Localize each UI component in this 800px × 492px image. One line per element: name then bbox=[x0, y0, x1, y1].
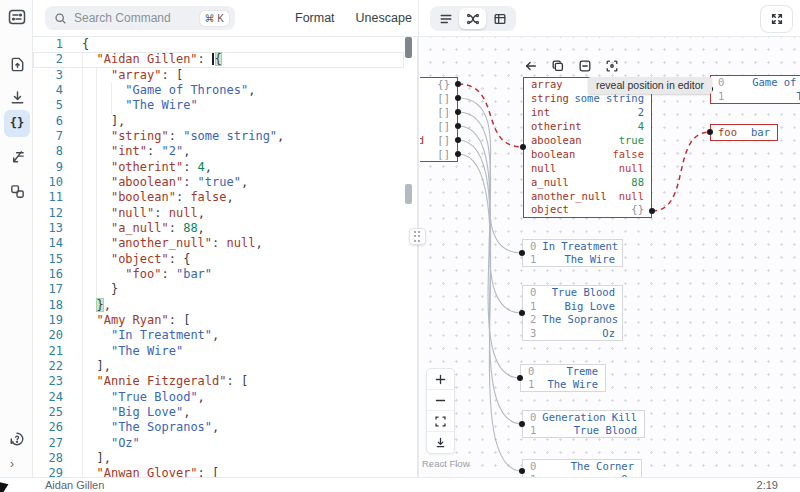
connection-handle bbox=[519, 421, 525, 427]
node-row: foobar bbox=[711, 126, 777, 139]
scrollbar-thumb[interactable] bbox=[405, 37, 412, 58]
graph-node-alice-farmer[interactable]: 0The Corner1Oz2The Wire bbox=[522, 459, 642, 477]
app-window: {} › Search Command ⌘ K Format Unescape bbox=[0, 0, 800, 492]
node-row: object{} bbox=[524, 203, 651, 216]
editor-line: 14 "another_null": null, bbox=[33, 236, 404, 251]
editor-line: 3 "array": [ bbox=[33, 68, 404, 83]
table-view-icon bbox=[493, 12, 507, 26]
editor-line: 19 "Amy Ryan": [ bbox=[33, 313, 404, 328]
editor-line: 1{ bbox=[33, 37, 404, 52]
transform-filter-icon[interactable] bbox=[7, 147, 27, 167]
connection-handle bbox=[520, 144, 526, 150]
graph-node-annie-fitzgerald[interactable]: 0True Blood1Big Love2The Sopranos3Oz bbox=[522, 285, 623, 341]
topbar: Search Command ⌘ K Format Unescape bbox=[33, 0, 800, 37]
fullscreen-button[interactable] bbox=[761, 6, 792, 32]
node-row: 1The Wire bbox=[711, 90, 800, 103]
node-row: abooleantrue bbox=[524, 134, 651, 147]
editor-line: 25 "Big Love", bbox=[33, 405, 404, 420]
node-row: 1True Blood bbox=[523, 424, 644, 437]
breadcrumb[interactable]: Aidan Gillen bbox=[45, 479, 104, 491]
text-view-icon bbox=[439, 12, 453, 26]
download-icon[interactable] bbox=[7, 87, 27, 107]
view-graph-button[interactable] bbox=[459, 8, 486, 29]
node-row: otherint4 bbox=[524, 120, 651, 133]
graph-node-object-foo[interactable]: foobar bbox=[710, 124, 778, 141]
copy-node-icon[interactable] bbox=[549, 58, 566, 74]
node-row: 2The Sopranos bbox=[523, 313, 622, 326]
editor-scrollbar[interactable] bbox=[404, 37, 413, 477]
editor-line: 28 ], bbox=[33, 451, 404, 466]
sidebar-collapse-chevron-icon[interactable]: › bbox=[10, 457, 14, 471]
node-toolbar bbox=[522, 58, 620, 74]
fit-view-button[interactable] bbox=[427, 411, 454, 432]
connection-handle bbox=[455, 151, 461, 157]
editor-line: 27 "Oz" bbox=[33, 436, 404, 451]
panel-resize-handle[interactable] bbox=[409, 228, 426, 245]
node-row: 0The Corner bbox=[523, 460, 641, 473]
node-row: Amy Ryan[] bbox=[420, 92, 457, 105]
view-mode-switcher bbox=[430, 6, 516, 31]
editor-line: 23 "Annie Fitzgerald": [ bbox=[33, 374, 404, 389]
collapse-node-icon[interactable] bbox=[576, 58, 593, 74]
connection-handle bbox=[455, 95, 461, 101]
zoom-in-button[interactable] bbox=[427, 369, 454, 390]
graph-node-aidan-array[interactable]: 0Game of Thrones1The Wire bbox=[710, 75, 800, 104]
node-row: 1The Wire bbox=[523, 253, 622, 266]
connection-handle bbox=[455, 109, 461, 115]
editor-line: 13 "a_null": 88, bbox=[33, 221, 404, 236]
graph-node-anwan-glover[interactable]: 0Treme1The Wire bbox=[520, 364, 606, 392]
editor-line: 5 "The Wire" bbox=[33, 98, 404, 113]
connection-handle bbox=[519, 250, 525, 256]
view-table-button[interactable] bbox=[486, 8, 513, 29]
connection-handle bbox=[455, 81, 461, 87]
unescape-button[interactable]: Unescape bbox=[354, 7, 414, 29]
node-row: 1The Wire bbox=[521, 378, 605, 391]
graph-node-amy-ryan[interactable]: 0In Treatment1The Wire bbox=[522, 239, 623, 267]
editor-line: 10 "aboolean": "true", bbox=[33, 175, 404, 190]
zoom-out-button[interactable] bbox=[427, 390, 454, 411]
relations-graph-icon[interactable] bbox=[7, 181, 27, 201]
editor-line: 21 "The Wire" bbox=[33, 344, 404, 359]
node-row: 0True Blood bbox=[523, 286, 622, 299]
fullscreen-expand-icon bbox=[770, 12, 784, 26]
import-file-icon[interactable] bbox=[7, 54, 27, 74]
editor-line: 20 "In Treatment", bbox=[33, 328, 404, 343]
connection-handle bbox=[517, 375, 523, 381]
node-row: Annie Fitzgerald[] bbox=[420, 106, 457, 119]
graph-controls bbox=[427, 369, 454, 453]
editor-line: 26 "The Sopranos", bbox=[33, 420, 404, 435]
node-row: 0Generation Kill bbox=[523, 411, 644, 424]
search-input[interactable]: Search Command ⌘ K bbox=[45, 6, 235, 30]
graph-node-alexander-skarsgard[interactable]: 0Generation Kill1True Blood bbox=[522, 410, 645, 438]
download-image-button[interactable] bbox=[427, 432, 454, 453]
graph-node-root[interactable]: Aidan Gillen{}Amy Ryan[]Annie Fitzgerald… bbox=[420, 77, 458, 162]
app-logo-icon bbox=[7, 7, 27, 27]
focus-node-icon[interactable] bbox=[603, 58, 620, 74]
editor-line: 17 } bbox=[33, 282, 404, 297]
node-row: int2 bbox=[524, 106, 651, 119]
view-text-button[interactable] bbox=[432, 8, 459, 29]
back-arrow-icon[interactable] bbox=[522, 58, 539, 74]
feedback-icon[interactable] bbox=[7, 429, 27, 449]
json-code-editor[interactable]: 1{2 "Aidan Gillen": {3 "array": [4 "Game… bbox=[33, 37, 404, 477]
json-braces-icon[interactable]: {} bbox=[7, 113, 27, 133]
editor-line: 22 ], bbox=[33, 359, 404, 374]
connection-handle bbox=[707, 129, 713, 135]
format-button[interactable]: Format bbox=[293, 7, 337, 29]
statusbar: Aidan Gillen 2:19 bbox=[0, 477, 800, 492]
graph-canvas[interactable]: Aidan Gillen{}Amy Ryan[]Annie Fitzgerald… bbox=[420, 37, 800, 477]
editor-line: 12 "null": null, bbox=[33, 206, 404, 221]
node-row: 1Big Love bbox=[523, 300, 622, 313]
editor-line: 6 ], bbox=[33, 114, 404, 129]
editor-line: 15 "object": { bbox=[33, 252, 404, 267]
panel-divider[interactable] bbox=[417, 37, 419, 477]
search-shortcut-badge: ⌘ K bbox=[200, 11, 229, 26]
node-row: booleanfalse bbox=[524, 148, 651, 161]
scrollbar-thumb[interactable] bbox=[405, 184, 412, 204]
cursor-position: 2:19 bbox=[757, 479, 778, 491]
connection-handle bbox=[455, 123, 461, 129]
graph-node-aidan-gillen[interactable]: array[]stringsome stringint2otherint4abo… bbox=[523, 77, 652, 218]
connection-handle bbox=[519, 310, 525, 316]
connection-handle bbox=[519, 468, 525, 474]
graph-view-icon bbox=[466, 12, 480, 26]
